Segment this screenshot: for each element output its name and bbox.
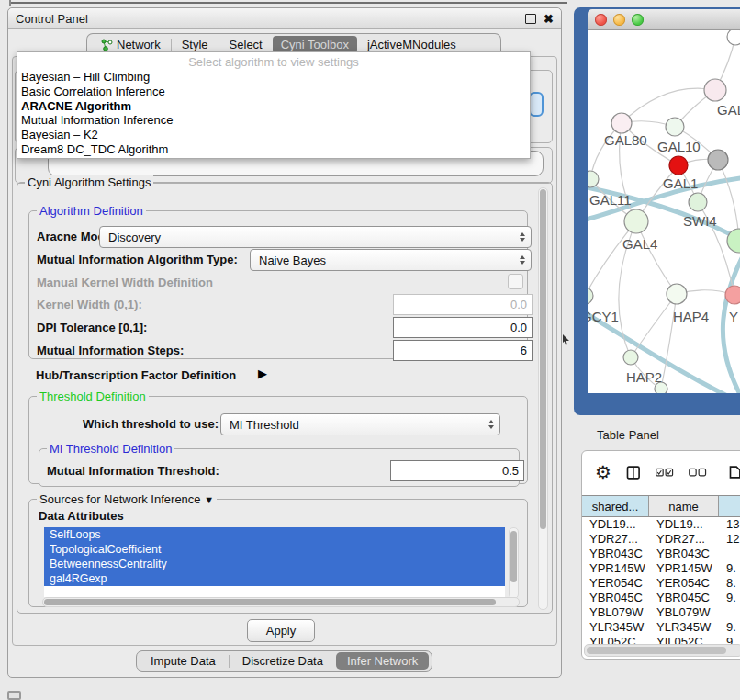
dropdown-item[interactable]: Bayesian – Hill Climbing bbox=[17, 70, 530, 85]
algorithm-dropdown-list: Select algorithm to view settings Bayesi… bbox=[17, 51, 531, 159]
settings-scrollbar-track[interactable] bbox=[538, 187, 548, 610]
minimize-window-icon[interactable] bbox=[613, 14, 625, 26]
unchecked-checkboxes-icon[interactable] bbox=[689, 467, 707, 479]
cell: YBR043C bbox=[582, 547, 649, 561]
list-item[interactable]: TopologicalCoefficient bbox=[44, 542, 505, 557]
node-gal11[interactable] bbox=[588, 171, 599, 187]
zoom-window-icon[interactable] bbox=[632, 14, 644, 26]
sources-group-title: Sources for Network Inference ▼ bbox=[37, 492, 217, 506]
label-hap4: HAP4 bbox=[673, 309, 709, 324]
mi-threshold-group: MI Threshold Definition Mutual Informati… bbox=[39, 448, 520, 487]
table-row[interactable]: YBR045CYBR045C9. bbox=[582, 591, 740, 605]
node-pink-top[interactable] bbox=[704, 79, 726, 101]
focused-button-fragment[interactable] bbox=[529, 92, 544, 117]
tab-impute-data[interactable]: Impute Data bbox=[140, 652, 227, 670]
cell: YER054C bbox=[649, 576, 719, 591]
dropdown-item-selected[interactable]: ARACNE Algorithm bbox=[17, 99, 530, 114]
tab-select-label: Select bbox=[230, 38, 263, 51]
tab-separator bbox=[229, 655, 230, 668]
manual-kernel-width-checkbox[interactable] bbox=[508, 274, 523, 289]
list-item[interactable]: SelfLoops bbox=[44, 527, 505, 542]
node-labels: GAL GAL80 GAL10 GAL1 GAL11 SWI4 GAL4 GCY… bbox=[588, 102, 740, 385]
table-hscrollbar-track[interactable] bbox=[584, 644, 740, 657]
table-row[interactable]: YLR345WYLR345W9. bbox=[582, 620, 740, 635]
gear-icon[interactable]: ⚙ bbox=[595, 463, 611, 481]
cell bbox=[719, 547, 740, 561]
cell: YBL079W bbox=[649, 605, 719, 620]
dropdown-item[interactable]: Basic Correlation Inference bbox=[17, 85, 530, 99]
control-panel-titlebar: Control Panel ✖ bbox=[8, 8, 561, 29]
node-gcy1[interactable] bbox=[588, 288, 593, 304]
split-columns-icon[interactable] bbox=[626, 463, 641, 482]
algorithm-definition-title: Algorithm Definition bbox=[37, 204, 146, 218]
data-attributes-list[interactable]: SelfLoops TopologicalCoefficient Between… bbox=[44, 527, 505, 597]
apply-button[interactable]: Apply bbox=[247, 619, 315, 642]
network-view-frame: GAL GAL80 GAL10 GAL1 GAL11 SWI4 GAL4 GCY… bbox=[574, 7, 740, 415]
mi-steps-field[interactable]: 6 bbox=[393, 340, 533, 361]
manual-kernel-width-label: Manual Kernel Width Definition bbox=[37, 276, 213, 289]
minimized-panel-icon[interactable] bbox=[7, 691, 21, 700]
node-gal4[interactable] bbox=[624, 209, 648, 233]
node-gal10[interactable] bbox=[666, 118, 684, 136]
which-threshold-select[interactable]: MI Threshold bbox=[220, 413, 500, 435]
node-gal1-red[interactable] bbox=[669, 156, 688, 175]
mi-threshold-group-title: MI Threshold Definition bbox=[47, 442, 174, 456]
mi-steps-label: Mutual Information Steps: bbox=[37, 344, 184, 357]
attributes-hscrollbar-thumb[interactable] bbox=[44, 599, 496, 605]
node-hap4[interactable] bbox=[667, 284, 687, 304]
column-header-name[interactable]: name bbox=[649, 496, 719, 516]
table-row[interactable]: YPR145WYPR145W9. bbox=[582, 561, 740, 576]
aracne-mode-select[interactable]: Discovery bbox=[99, 226, 532, 248]
cell bbox=[719, 605, 740, 620]
close-window-icon[interactable] bbox=[595, 14, 607, 26]
table-panel-title: Table Panel bbox=[597, 428, 659, 442]
table-row[interactable]: YDR27...YDR27...12 bbox=[582, 532, 740, 547]
table-row[interactable]: YBL079WYBL079W bbox=[582, 605, 740, 620]
kernel-width-value: 0.0 bbox=[510, 298, 527, 311]
node-gal80[interactable] bbox=[611, 113, 632, 133]
kernel-width-field[interactable]: 0.0 bbox=[393, 294, 533, 315]
settings-scrollbar-thumb[interactable] bbox=[540, 189, 546, 529]
attributes-scrollbar-track[interactable] bbox=[509, 527, 519, 599]
cell: 9. bbox=[719, 620, 740, 635]
table-row[interactable]: YDL19...YDL19...13 bbox=[582, 517, 740, 532]
column-header-shared[interactable]: shared... bbox=[582, 496, 649, 516]
close-icon[interactable]: ✖ bbox=[544, 13, 554, 25]
collapse-arrow-icon[interactable]: ▼ bbox=[204, 494, 214, 505]
mi-algorithm-type-value: Naive Bayes bbox=[259, 254, 326, 267]
cell: YDL19... bbox=[582, 517, 649, 532]
table-hscrollbar-thumb[interactable] bbox=[587, 647, 726, 654]
table-row[interactable]: YBR043CYBR043C bbox=[582, 547, 740, 561]
tab-infer-network[interactable]: Infer Network bbox=[336, 652, 429, 670]
float-window-icon[interactable] bbox=[525, 14, 536, 24]
expand-arrow-icon[interactable]: ▶ bbox=[258, 367, 267, 380]
mouse-cursor bbox=[562, 334, 570, 345]
dropdown-item[interactable]: Bayesian – K2 bbox=[17, 128, 530, 142]
table-row[interactable]: YER054CYER054C8. bbox=[582, 576, 740, 591]
document-icon[interactable] bbox=[729, 463, 740, 481]
cell: YLR345W bbox=[649, 620, 719, 635]
mi-threshold-field[interactable]: 0.5 bbox=[390, 460, 524, 481]
tab-discretize-data[interactable]: Discretize Data bbox=[231, 652, 334, 670]
dropdown-item[interactable]: Mutual Information Inference bbox=[17, 113, 530, 128]
cell: YPR145W bbox=[582, 561, 649, 576]
table-toolbar: ⚙ bbox=[582, 451, 740, 493]
checked-checkboxes-icon[interactable] bbox=[656, 467, 674, 479]
list-item[interactable]: gal4RGexp bbox=[44, 571, 505, 586]
label-gal: GAL bbox=[717, 102, 740, 118]
node-salmon[interactable] bbox=[725, 286, 740, 304]
list-item[interactable]: BetweennessCentrality bbox=[44, 557, 505, 571]
dpi-tolerance-field[interactable]: 0.0 bbox=[393, 317, 533, 338]
attributes-hscrollbar-track[interactable] bbox=[42, 597, 520, 607]
mi-algorithm-type-select[interactable]: Naive Bayes bbox=[250, 249, 532, 271]
column-header-partial[interactable] bbox=[719, 496, 740, 516]
node-hap2[interactable] bbox=[623, 350, 638, 365]
tab-separator bbox=[219, 39, 219, 51]
node-edge-top[interactable] bbox=[727, 30, 740, 45]
dropdown-item[interactable]: Dream8 DC_TDC Algorithm bbox=[17, 142, 530, 157]
node-swi4[interactable] bbox=[689, 193, 707, 211]
node-gray[interactable] bbox=[708, 150, 728, 170]
network-window-titlebar[interactable] bbox=[588, 9, 740, 30]
attributes-scrollbar-thumb[interactable] bbox=[510, 531, 517, 582]
network-canvas[interactable]: GAL GAL80 GAL10 GAL1 GAL11 SWI4 GAL4 GCY… bbox=[588, 30, 740, 393]
